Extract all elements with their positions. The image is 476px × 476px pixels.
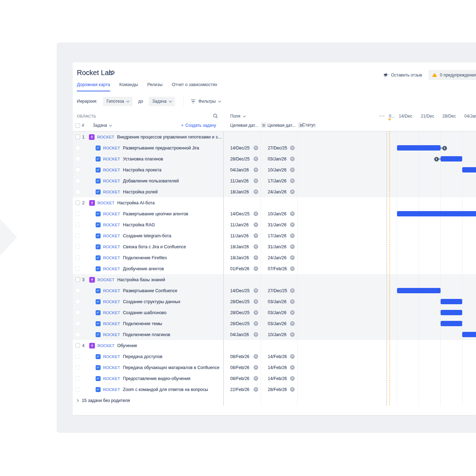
target-end-cell[interactable]: 28/Feb/26× xyxy=(261,384,297,395)
issue-key-link[interactable]: ROCKET xyxy=(103,157,120,161)
target-end-cell[interactable]: 14/Feb/26× xyxy=(261,351,297,362)
issue-key-link[interactable]: ROCKET xyxy=(103,223,120,227)
target-start-cell[interactable]: 11/Jan/26× xyxy=(223,175,261,186)
task-row[interactable]: ROCKETПодключение темы28/Dec/25×03/Jan/2… xyxy=(73,318,476,329)
target-start-cell[interactable]: 11/Jan/26× xyxy=(223,230,261,241)
row-checkbox[interactable] xyxy=(75,146,80,150)
target-start-cell[interactable]: 04/Jan/26× xyxy=(223,164,261,175)
target-end-cell[interactable]: 14/Feb/26× xyxy=(261,373,297,384)
task-row[interactable]: ROCKETСоздание структуры данных28/Dec/25… xyxy=(73,296,476,307)
status-cell[interactable] xyxy=(297,307,387,318)
tab-releases[interactable]: Релизы xyxy=(147,82,163,91)
status-cell[interactable] xyxy=(297,175,387,186)
target-start-cell[interactable]: 28/Dec/25× xyxy=(223,296,261,307)
target-start-cell[interactable]: 28/Dec/25× xyxy=(223,307,261,318)
task-row[interactable]: ROCKETСоздание telegram-бота11/Jan/26×17… xyxy=(73,230,476,241)
issue-key-link[interactable]: ROCKET xyxy=(103,245,120,249)
task-row[interactable]: ROCKETНастройка ролей18/Jan/26×24/Jan/26… xyxy=(73,186,476,197)
gantt-bar[interactable] xyxy=(462,167,476,172)
task-row[interactable]: ROCKETУстановка плагинов28/Dec/25×03/Jan… xyxy=(73,153,476,164)
select-all-checkbox[interactable] xyxy=(75,123,80,128)
target-start-cell[interactable]: 28/Dec/25× xyxy=(223,318,261,329)
issue-key-link[interactable]: ROCKET xyxy=(103,267,120,271)
task-row[interactable]: ROCKETНастройка проекта04/Jan/26×10/Jan/… xyxy=(73,164,476,175)
target-end-column-header[interactable]: Целевая дат... D xyxy=(267,123,304,128)
target-end-cell[interactable]: 14/Feb/26× xyxy=(261,362,297,373)
status-cell[interactable] xyxy=(297,164,387,175)
issue-key-link[interactable]: ROCKET xyxy=(103,311,120,315)
status-cell[interactable] xyxy=(297,285,387,296)
row-checkbox[interactable] xyxy=(75,321,80,326)
row-checkbox[interactable] xyxy=(75,354,80,359)
gantt-bar[interactable] xyxy=(462,332,476,337)
target-start-column-header[interactable]: Целевая дат... D xyxy=(230,123,266,128)
target-start-cell[interactable]: 01/Feb/26× xyxy=(223,263,261,274)
target-end-cell[interactable]: 10/Jan/26× xyxy=(261,208,297,219)
issue-key-link[interactable]: ROCKET xyxy=(103,376,120,381)
filters-dropdown[interactable]: Фильтры xyxy=(191,99,221,104)
row-checkbox[interactable] xyxy=(75,288,80,293)
row-checkbox[interactable] xyxy=(75,189,80,194)
target-start-cell[interactable]: 14/Dec/25× xyxy=(223,285,261,296)
row-checkbox[interactable] xyxy=(75,365,80,370)
create-task-button[interactable]: + Создать задачу xyxy=(181,123,216,128)
status-cell[interactable] xyxy=(297,142,387,153)
target-start-cell[interactable]: 18/Jan/26× xyxy=(223,241,261,252)
issue-key-link[interactable]: ROCKET xyxy=(103,256,120,260)
row-checkbox[interactable] xyxy=(75,157,80,161)
task-row[interactable]: ROCKETПодключение Firefiles18/Jan/26×24/… xyxy=(73,252,476,263)
collapse-fields-icon[interactable]: →← xyxy=(378,113,385,117)
issue-key-link[interactable]: ROCKET xyxy=(103,387,120,392)
dependency-badge[interactable]: 1 xyxy=(434,157,439,162)
task-row[interactable]: ROCKETРазвертывание преднастроенной Jira… xyxy=(73,142,476,153)
hierarchy-from-dropdown[interactable]: Гипотеза xyxy=(103,97,132,106)
issue-key-link[interactable]: ROCKET xyxy=(103,300,120,304)
task-row[interactable]: ROCKETДобавление пользователей11/Jan/26×… xyxy=(73,175,476,186)
row-checkbox[interactable] xyxy=(75,244,80,249)
epic-row[interactable]: 4ROCKETОбучение xyxy=(73,340,476,351)
tab-roadmap[interactable]: Дорожная карта xyxy=(77,82,110,91)
status-cell[interactable] xyxy=(297,197,387,208)
gantt-bar[interactable] xyxy=(441,156,463,162)
task-row[interactable]: ROCKETРазвертывание Confluence14/Dec/25×… xyxy=(73,285,476,296)
task-row[interactable]: ROCKETНастройка RAG11/Jan/26×31/Jan/26× xyxy=(73,219,476,230)
target-end-cell[interactable]: 31/Jan/26× xyxy=(261,219,297,230)
status-cell[interactable] xyxy=(297,362,387,373)
gantt-bar[interactable] xyxy=(397,288,441,293)
issue-key-link[interactable]: ROCKET xyxy=(97,278,114,282)
dependency-badge[interactable]: 1 xyxy=(442,146,447,151)
target-end-cell[interactable]: 07/Feb/26× xyxy=(261,263,297,274)
epic-row[interactable]: 1ROCKETВнедрение процессов управления ги… xyxy=(73,131,476,142)
issue-key-link[interactable]: ROCKET xyxy=(97,201,114,205)
issue-key-link[interactable]: ROCKET xyxy=(103,168,120,172)
status-cell[interactable] xyxy=(297,329,387,340)
target-end-cell[interactable]: 27/Dec/25× xyxy=(261,142,297,153)
status-cell[interactable] xyxy=(297,153,387,164)
status-cell[interactable] xyxy=(297,208,387,219)
status-cell[interactable] xyxy=(297,274,387,285)
issue-key-link[interactable]: ROCKET xyxy=(97,135,114,139)
feedback-button[interactable]: Оставить отзыв xyxy=(384,73,422,78)
row-checkbox[interactable] xyxy=(75,299,80,304)
status-cell[interactable] xyxy=(297,296,387,307)
status-cell[interactable] xyxy=(297,340,387,351)
carousel-next-arrow[interactable] xyxy=(0,219,17,256)
issue-key-link[interactable]: ROCKET xyxy=(103,289,120,293)
fields-menu[interactable]: Поля xyxy=(230,114,245,119)
gantt-bar[interactable] xyxy=(441,321,463,326)
epic-row[interactable]: 3ROCKETНастройка базы знаний xyxy=(73,274,476,285)
row-checkbox[interactable] xyxy=(75,168,80,172)
row-checkbox[interactable] xyxy=(75,211,80,216)
status-cell[interactable] xyxy=(297,230,387,241)
epic-row[interactable]: 2ROCKETНастройка AI-бота xyxy=(73,197,476,208)
target-start-cell[interactable]: 22/Feb/26× xyxy=(223,384,261,395)
row-checkbox[interactable] xyxy=(75,310,80,315)
task-row[interactable]: ROCKETПодключение плагинов04/Jan/26×10/J… xyxy=(73,329,476,340)
issue-key-link[interactable]: ROCKET xyxy=(103,179,120,183)
status-cell[interactable] xyxy=(297,384,387,395)
row-checkbox[interactable] xyxy=(75,343,80,348)
row-checkbox[interactable] xyxy=(75,200,80,205)
gantt-bar[interactable] xyxy=(441,310,463,315)
target-start-cell[interactable]: 14/Dec/25× xyxy=(223,208,261,219)
gantt-bar[interactable] xyxy=(441,299,463,304)
